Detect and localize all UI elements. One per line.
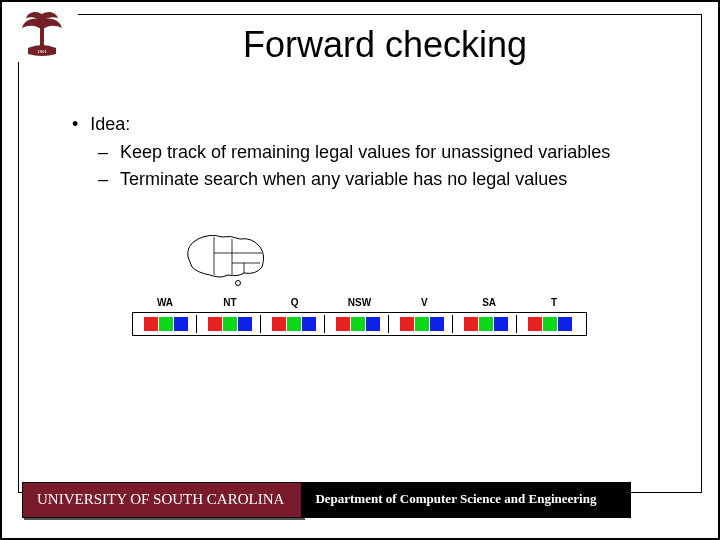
palmetto-tree-icon: 1801 xyxy=(18,8,66,60)
slide: 1801 Forward checking • Idea: – Keep tra… xyxy=(0,0,720,540)
bullet-marker: • xyxy=(72,112,78,136)
color-blue xyxy=(174,317,188,331)
color-blue xyxy=(494,317,508,331)
domain-WA xyxy=(135,315,197,333)
sub-bullet-text: Terminate search when any variable has n… xyxy=(120,167,567,191)
color-green xyxy=(543,317,557,331)
color-green xyxy=(159,317,173,331)
footer-department: Department of Computer Science and Engin… xyxy=(301,482,631,518)
color-blue xyxy=(366,317,380,331)
sub-bullet-2: – Terminate search when any variable has… xyxy=(98,167,668,191)
color-red xyxy=(208,317,222,331)
content-area: • Idea: – Keep track of remaining legal … xyxy=(72,112,668,193)
bullet-text: Idea: xyxy=(90,112,130,136)
bullet-idea: • Idea: xyxy=(72,112,668,136)
color-red xyxy=(336,317,350,331)
color-green xyxy=(415,317,429,331)
domain-Q xyxy=(263,315,325,333)
color-blue xyxy=(558,317,572,331)
sub-bullet-1: – Keep track of remaining legal values f… xyxy=(98,140,668,164)
university-logo: 1801 xyxy=(6,6,78,62)
region-label: NT xyxy=(199,297,261,308)
color-red xyxy=(528,317,542,331)
color-green xyxy=(479,317,493,331)
region-label: T xyxy=(523,297,585,308)
color-green xyxy=(351,317,365,331)
region-label: Q xyxy=(264,297,326,308)
region-labels-row: WA NT Q NSW V SA T xyxy=(132,297,587,308)
forward-checking-figure: WA NT Q NSW V SA T xyxy=(132,227,587,336)
domain-cells-row xyxy=(132,312,587,336)
domain-NT xyxy=(199,315,261,333)
color-red xyxy=(272,317,286,331)
color-red xyxy=(464,317,478,331)
domain-T xyxy=(519,315,581,333)
svg-text:1801: 1801 xyxy=(37,49,48,54)
slide-title: Forward checking xyxy=(82,24,688,66)
color-green xyxy=(287,317,301,331)
color-blue xyxy=(238,317,252,331)
region-label: V xyxy=(393,297,455,308)
color-blue xyxy=(302,317,316,331)
domain-NSW xyxy=(327,315,389,333)
footer-university: UNIVERSITY OF SOUTH CAROLINA xyxy=(22,482,303,518)
color-red xyxy=(400,317,414,331)
domain-V xyxy=(391,315,453,333)
dash-marker: – xyxy=(98,140,108,164)
color-green xyxy=(223,317,237,331)
footer: UNIVERSITY OF SOUTH CAROLINA Department … xyxy=(22,482,631,518)
svg-point-2 xyxy=(236,281,241,286)
domain-SA xyxy=(455,315,517,333)
region-label: WA xyxy=(134,297,196,308)
dash-marker: – xyxy=(98,167,108,191)
region-label: SA xyxy=(458,297,520,308)
sub-bullet-text: Keep track of remaining legal values for… xyxy=(120,140,610,164)
australia-map-icon xyxy=(180,227,587,291)
svg-rect-0 xyxy=(40,26,44,46)
color-blue xyxy=(430,317,444,331)
color-red xyxy=(144,317,158,331)
region-label: NSW xyxy=(328,297,390,308)
